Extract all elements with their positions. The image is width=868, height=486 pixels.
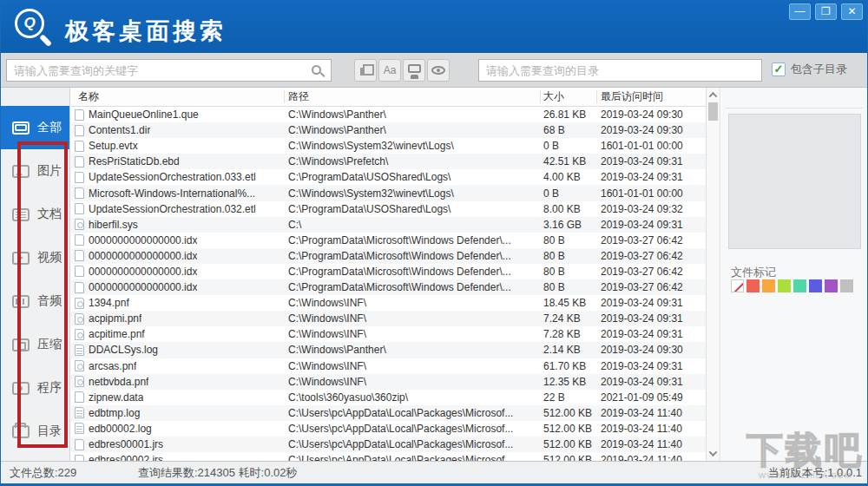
toolbar-buttons: Aa	[354, 59, 450, 82]
file-name: 0000000000000000.idx	[89, 250, 197, 262]
tag-color-1[interactable]	[746, 279, 760, 292]
table-row[interactable]: edbres00002.jrs C:\Users\pc\AppData\Loca…	[71, 452, 706, 461]
case-sensitive-button[interactable]: Aa	[378, 59, 401, 82]
monitor-button[interactable]	[403, 59, 425, 82]
file-file-icon	[75, 391, 84, 403]
directory-search-input[interactable]	[478, 59, 762, 82]
table-row[interactable]: netbvbda.pnf C:\Windows\INF\ 12.35 KB 20…	[71, 374, 706, 390]
cell-name: hiberfil.sys	[71, 219, 285, 231]
cell-name: 1394.pnf	[71, 297, 285, 309]
file-file-icon	[75, 172, 84, 183]
sidebar-item-images[interactable]: 图片	[1, 149, 69, 193]
table-row[interactable]: Microsoft-Windows-International%... C:\W…	[71, 185, 706, 200]
file-file-icon	[75, 234, 84, 246]
cell-name: 0000000000000000.idx	[71, 281, 285, 293]
column-header-size[interactable]: 大小	[541, 90, 597, 103]
sidebar-item-label: 图片	[37, 163, 62, 179]
file-size: 2.14 KB	[541, 344, 597, 356]
close-button[interactable]: ✕	[841, 3, 863, 20]
file-path: C:\Windows\Prefetch\	[285, 155, 541, 167]
file-path: C:\Windows\INF\	[285, 376, 541, 388]
table-row[interactable]: zipnew.data C:\tools\360yasuo\360zip\ 22…	[71, 390, 706, 405]
keyword-search-input[interactable]	[6, 59, 332, 82]
file-name: 1394.pnf	[89, 297, 129, 309]
table-row[interactable]: UpdateSessionOrchestration.032.etl C:\Pr…	[71, 201, 706, 217]
table-row[interactable]: edbtmp.log C:\Users\pc\AppData\Local\Pac…	[71, 405, 706, 421]
tag-color-2[interactable]	[762, 279, 775, 292]
file-name: UpdateSessionOrchestration.032.etl	[89, 203, 256, 215]
window-mode-button[interactable]	[354, 59, 377, 82]
search-icon[interactable]	[312, 65, 321, 75]
file-path: C:\ProgramData\USOShared\Logs\	[285, 171, 541, 183]
preview-toggle-button[interactable]	[427, 59, 450, 82]
table-row[interactable]: hiberfil.sys C:\ 3.16 GB 2019-03-24 09:3…	[71, 217, 706, 233]
table-row[interactable]: ResPriStaticDb.ebd C:\Windows\Prefetch\ …	[71, 154, 706, 169]
vertical-scrollbar[interactable]	[706, 88, 720, 461]
table-row[interactable]: acpipmi.pnf C:\Windows\INF\ 7.24 KB 2019…	[71, 311, 706, 326]
file-file-icon	[75, 125, 84, 136]
file-log-icon	[75, 423, 84, 434]
column-header-name[interactable]: 名称	[71, 90, 285, 103]
sidebar-item-compressed[interactable]: 压缩	[1, 323, 69, 366]
file-time: 2019-03-27 06:42	[597, 266, 706, 278]
table-row[interactable]: 0000000000000000.idx C:\ProgramData\Micr…	[71, 248, 706, 264]
sidebar: 全部 图片 文档 视频 音频 压缩 程序 目录	[1, 88, 70, 461]
sidebar-item-programs[interactable]: 程序	[1, 366, 69, 410]
file-name: arcsas.pnf	[89, 360, 136, 372]
table-row[interactable]: DDACLSys.log C:\Windows\Panther\ 2.14 KB…	[71, 342, 706, 358]
all-icon	[12, 122, 30, 135]
file-path: C:\ProgramData\Microsoft\Windows Defende…	[285, 266, 541, 278]
file-time: 2019-03-24 11:40	[597, 423, 706, 435]
sidebar-item-label: 文档	[37, 207, 62, 222]
tag-color-6[interactable]	[825, 279, 838, 292]
file-name: netbvbda.pnf	[89, 376, 148, 388]
column-header-time[interactable]: 最后访问时间	[597, 90, 706, 103]
maximize-button[interactable]: ❐	[815, 3, 837, 20]
table-row[interactable]: 0000000000000000.idx C:\ProgramData\Micr…	[71, 264, 706, 279]
table-row[interactable]: acpitime.pnf C:\Windows\INF\ 7.28 KB 201…	[71, 326, 706, 342]
tag-color-5[interactable]	[809, 279, 822, 292]
tag-color-4[interactable]	[793, 279, 806, 292]
column-header-path[interactable]: 路径	[285, 90, 541, 103]
scroll-down-button[interactable]	[707, 447, 720, 460]
scroll-up-button[interactable]	[707, 89, 720, 102]
cell-name: UpdateSessionOrchestration.032.etl	[71, 203, 285, 215]
tag-color-3[interactable]	[778, 279, 791, 292]
table-row[interactable]: 0000000000000000.idx C:\ProgramData\Micr…	[71, 233, 706, 248]
cell-name: netbvbda.pnf	[71, 376, 285, 388]
include-subdir-checkbox[interactable]: ✓	[772, 62, 786, 76]
file-size: 80 B	[541, 281, 597, 293]
app-title: 极客桌面搜索	[65, 16, 227, 47]
table-row[interactable]: Contents1.dir C:\Windows\Panther\ 68 B 2…	[71, 122, 706, 138]
table-row[interactable]: 1394.pnf C:\Windows\INF\ 18.45 KB 2019-0…	[71, 295, 706, 311]
sidebar-item-audio[interactable]: 音频	[1, 279, 69, 323]
minimize-button[interactable]: —	[789, 3, 811, 20]
table-row[interactable]: edbres00001.jrs C:\Users\pc\AppData\Loca…	[71, 437, 706, 452]
table-row[interactable]: 0000000000000000.idx C:\ProgramData\Micr…	[71, 279, 706, 295]
file-size: 12.35 KB	[541, 376, 597, 388]
sidebar-item-videos[interactable]: 视频	[1, 236, 69, 279]
table-row[interactable]: arcsas.pnf C:\Windows\INF\ 61.70 KB 2019…	[71, 358, 706, 374]
tag-color-7[interactable]	[840, 279, 853, 292]
file-time: 2019-03-24 11:40	[597, 407, 706, 419]
table-row[interactable]: Setup.evtx C:\Windows\System32\winevt\Lo…	[71, 138, 706, 154]
table-row[interactable]: edb00002.log C:\Users\pc\AppData\Local\P…	[71, 421, 706, 437]
sidebar-item-directories[interactable]: 目录	[1, 410, 69, 453]
file-size: 22 B	[541, 391, 597, 404]
scrollbar-thumb[interactable]	[708, 102, 718, 121]
table-row[interactable]: MainQueueOnline1.que C:\Windows\Panther\…	[71, 107, 706, 122]
file-name: ResPriStaticDb.ebd	[89, 155, 180, 167]
file-log-icon	[75, 345, 84, 356]
cell-name: DDACLSys.log	[71, 344, 285, 356]
windows-icon	[360, 68, 368, 76]
results-table: 名称 路径 大小 最后访问时间 MainQueueOnline1.que C:\…	[71, 88, 706, 461]
sidebar-item-all[interactable]: 全部	[1, 106, 69, 149]
file-time: 2019-03-24 09:31	[597, 376, 706, 388]
tag-color-none[interactable]	[731, 279, 744, 292]
sidebar-item-documents[interactable]: 文档	[1, 193, 69, 236]
app-logo-icon: Q	[15, 9, 55, 49]
cell-name: zipnew.data	[71, 391, 285, 404]
file-log-icon	[75, 407, 84, 418]
file-file-icon	[75, 282, 84, 293]
table-row[interactable]: UpdateSessionOrchestration.033.etl C:\Pr…	[71, 169, 706, 185]
